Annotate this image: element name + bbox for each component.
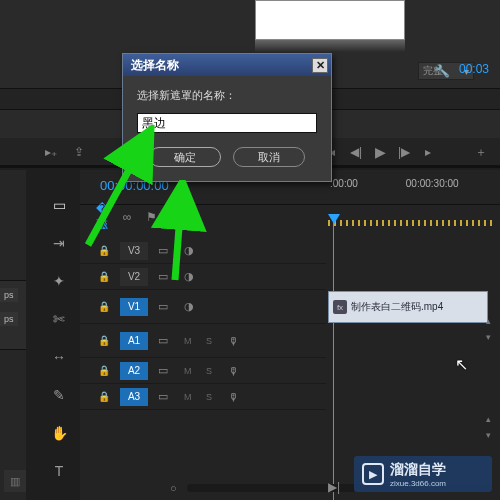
slip-tool-icon[interactable]: ↔ <box>49 347 69 367</box>
project-tag[interactable]: ps <box>0 312 18 326</box>
lock-icon[interactable]: 🔒 <box>98 365 110 376</box>
track-a2[interactable]: 🔒 A2 ▭ M S 🎙 <box>80 358 326 384</box>
fx-badge-icon: fx <box>333 300 347 314</box>
snap-icon[interactable]: �磁 <box>96 210 110 224</box>
lock-icon[interactable]: 🔒 <box>98 245 110 256</box>
tracks-area: 🔒 V3 ▭ ◑ 🔒 V2 ▭ ◑ 🔒 V1 ▭ ◑ 🔒 A1 ▭ <box>80 238 500 470</box>
watermark-brand: 溜溜自学 <box>390 461 446 479</box>
step-back-icon[interactable]: ◀| <box>349 145 363 159</box>
razor-tool-icon[interactable]: ✄ <box>49 309 69 329</box>
preview-thumbnail <box>255 0 405 40</box>
mute-icon[interactable]: ▭ <box>158 364 174 377</box>
eye-icon[interactable]: ▭ <box>158 244 174 257</box>
mute-m[interactable]: M <box>184 336 196 346</box>
mic-icon[interactable]: 🎙 <box>228 391 239 403</box>
pen-tool-icon[interactable]: ✎ <box>49 385 69 405</box>
ruler-tick-0: :00:00 <box>330 178 358 189</box>
watermark: ▶ 溜溜自学 zixue.3d66.com <box>354 456 492 492</box>
lock-icon[interactable]: 🔒 <box>98 335 110 346</box>
ok-button[interactable]: 确定 <box>149 147 221 167</box>
zoom-out-icon[interactable]: ○ <box>170 482 177 494</box>
mouse-cursor-icon: ↖ <box>455 355 468 374</box>
timeline-header-sep <box>80 204 500 205</box>
next-frame-icon[interactable]: ▸ <box>421 145 435 159</box>
jump-end-icon[interactable]: ▶| <box>328 480 340 494</box>
dialog-label: 选择新遮罩的名称： <box>137 88 317 103</box>
wrench-icon[interactable]: 🔧 <box>435 64 449 78</box>
mask-name-input[interactable] <box>137 113 317 133</box>
step-fwd-icon[interactable]: |▶ <box>397 145 411 159</box>
solo-s[interactable]: S <box>206 366 218 376</box>
track-label-a1[interactable]: A1 <box>120 332 148 350</box>
watermark-url: zixue.3d66.com <box>390 479 446 488</box>
close-icon[interactable]: ✕ <box>312 58 328 73</box>
expand-up-icon[interactable]: ▴ <box>486 316 498 326</box>
selection-tool-icon[interactable]: ▭ <box>49 195 69 215</box>
track-v1[interactable]: 🔒 V1 ▭ ◑ <box>80 290 326 324</box>
output-icon[interactable]: ◑ <box>184 300 200 313</box>
ripple-tool-icon[interactable]: ✦ <box>49 271 69 291</box>
settings-icon[interactable]: 🔧 <box>168 210 182 224</box>
ruler-tick-1: 00:00:30:00 <box>406 178 459 189</box>
track-v3[interactable]: 🔒 V3 ▭ ◑ <box>80 238 326 264</box>
duration-timecode: 00:03 <box>459 62 489 76</box>
track-label-v2[interactable]: V2 <box>120 268 148 286</box>
mic-icon[interactable]: 🎙 <box>228 365 239 377</box>
mic-icon[interactable]: 🎙 <box>228 335 239 347</box>
video-clip[interactable]: fx 制作表白二维码.mp4 <box>328 291 488 323</box>
expand-down-icon[interactable]: ▾ <box>486 332 498 342</box>
expand-up-icon[interactable]: ▴ <box>486 414 498 424</box>
solo-s[interactable]: S <box>206 392 218 402</box>
timeline-tools: ▭ ⇥ ✦ ✄ ↔ ✎ ✋ T <box>44 195 74 481</box>
timeline-ruler-labels: :00:00 00:00:30:00 <box>330 178 459 189</box>
dialog-title: 选择名称 <box>131 57 179 74</box>
eye-icon[interactable]: ▭ <box>158 270 174 283</box>
play-logo-icon: ▶ <box>362 463 384 485</box>
play-icon[interactable]: ▶ <box>373 145 387 159</box>
solo-s[interactable]: S <box>206 336 218 346</box>
hand-tool-icon[interactable]: ✋ <box>49 423 69 443</box>
clip-name: 制作表白二维码.mp4 <box>351 300 443 314</box>
dialog-titlebar[interactable]: 选择名称 ✕ <box>123 54 331 76</box>
cancel-button[interactable]: 取消 <box>233 147 305 167</box>
timeline-panel: 00:00:00:00 :00:00 00:00:30:00 �磁 ∞ ⚑ 🔧 … <box>80 170 500 500</box>
ruler-ticks <box>328 220 492 226</box>
track-label-v3[interactable]: V3 <box>120 242 148 260</box>
lock-icon[interactable]: 🔒 <box>98 391 110 402</box>
type-tool-icon[interactable]: T <box>49 461 69 481</box>
expand-down-icon[interactable]: ▾ <box>486 430 498 440</box>
track-v2[interactable]: 🔒 V2 ▭ ◑ <box>80 264 326 290</box>
link-icon[interactable]: ∞ <box>120 210 134 224</box>
track-a3[interactable]: 🔒 A3 ▭ M S 🎙 <box>80 384 326 410</box>
new-item-icon[interactable]: ▥ <box>4 470 26 492</box>
name-dialog: 选择名称 ✕ 选择新遮罩的名称： 确定 取消 <box>122 53 332 182</box>
preview-shadow <box>255 40 405 52</box>
export-frame-icon[interactable]: ⇪ <box>72 145 86 159</box>
lock-icon[interactable]: 🔒 <box>98 301 110 312</box>
marker-icon[interactable]: ▸₊ <box>44 145 58 159</box>
lock-icon[interactable]: 🔒 <box>98 271 110 282</box>
mute-icon[interactable]: ▭ <box>158 390 174 403</box>
output-icon[interactable]: ◑ <box>184 270 200 283</box>
timeline-ruler[interactable] <box>328 214 492 232</box>
track-a1[interactable]: 🔒 A1 ▭ M S 🎙 <box>80 324 326 358</box>
mute-m[interactable]: M <box>184 366 196 376</box>
track-label-a3[interactable]: A3 <box>120 388 148 406</box>
mute-m[interactable]: M <box>184 392 196 402</box>
marker-settings-icon[interactable]: ⚑ <box>144 210 158 224</box>
track-label-a2[interactable]: A2 <box>120 362 148 380</box>
output-icon[interactable]: ◑ <box>184 244 200 257</box>
eye-icon[interactable]: ▭ <box>158 300 174 313</box>
track-select-tool-icon[interactable]: ⇥ <box>49 233 69 253</box>
add-panel-icon[interactable]: ＋ <box>474 145 488 159</box>
project-tag[interactable]: ps <box>0 288 18 302</box>
track-height-controls: ▴ ▾ ▴ ▾ <box>486 316 498 440</box>
mute-icon[interactable]: ▭ <box>158 334 174 347</box>
playhead-icon[interactable] <box>328 214 340 224</box>
track-label-v1[interactable]: V1 <box>120 298 148 316</box>
